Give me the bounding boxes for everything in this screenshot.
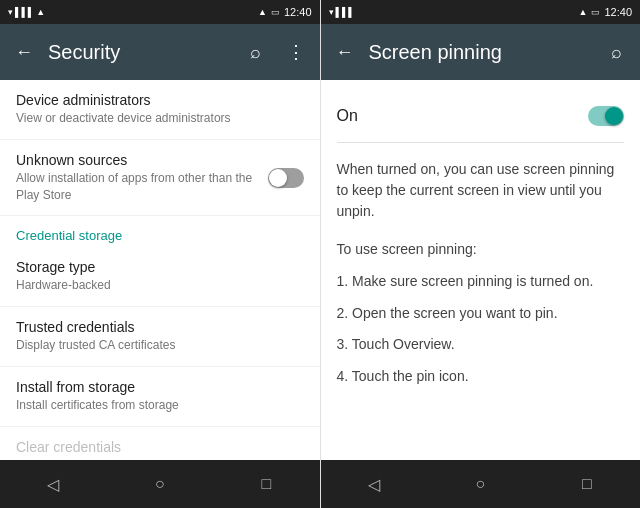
left-top-bar: ← Security ⌕ ⋮ bbox=[0, 24, 320, 80]
storage-type-subtitle: Hardware-backed bbox=[16, 277, 304, 294]
left-panel: ▾ ▌▌▌ ▲ ▲ ▭ 12:40 ← Security ⌕ ⋮ Device … bbox=[0, 0, 320, 508]
pinning-instruction-3: 3. Touch Overview. bbox=[337, 333, 625, 357]
right-back-button[interactable]: ← bbox=[329, 36, 361, 68]
right-nav-home[interactable]: ○ bbox=[460, 464, 500, 504]
install-storage-title: Install from storage bbox=[16, 379, 304, 395]
right-notification-icon: ▾ bbox=[329, 7, 334, 17]
credential-storage-header: Credential storage bbox=[0, 216, 320, 247]
trusted-credentials-title: Trusted credentials bbox=[16, 319, 304, 335]
right-status-right: ▲ ▭ 12:40 bbox=[579, 6, 632, 18]
pinning-content: On When turned on, you can use screen pi… bbox=[321, 80, 641, 460]
left-nav-recents[interactable]: □ bbox=[246, 464, 286, 504]
signal-bars-icon: ▌▌▌ bbox=[15, 7, 34, 17]
wifi-strength-icon: ▲ bbox=[258, 7, 267, 17]
trusted-credentials-subtitle: Display trusted CA certificates bbox=[16, 337, 304, 354]
settings-item-trusted-credentials[interactable]: Trusted credentials Display trusted CA c… bbox=[0, 307, 320, 367]
right-nav-recents[interactable]: □ bbox=[567, 464, 607, 504]
right-panel: ▾ ▌▌▌ ▲ ▭ 12:40 ← Screen pinning ⌕ On Wh… bbox=[321, 0, 641, 508]
left-more-button[interactable]: ⋮ bbox=[280, 36, 312, 68]
right-top-bar: ← Screen pinning ⌕ bbox=[321, 24, 641, 80]
left-search-button[interactable]: ⌕ bbox=[240, 36, 272, 68]
right-wifi-icon: ▲ bbox=[579, 7, 588, 17]
left-nav-back[interactable]: ◁ bbox=[33, 464, 73, 504]
battery-icon: ▭ bbox=[271, 7, 280, 17]
settings-item-device-admins[interactable]: Device administrators View or deactivate… bbox=[0, 80, 320, 140]
settings-item-clear-credentials: Clear credentials Remove all certificate… bbox=[0, 427, 320, 460]
wifi-icon: ▲ bbox=[36, 7, 45, 17]
pinning-toggle[interactable] bbox=[588, 106, 624, 126]
notification-icon: ▾ bbox=[8, 7, 13, 17]
pinning-instruction-2: 2. Open the screen you want to pin. bbox=[337, 302, 625, 326]
unknown-sources-subtitle: Allow installation of apps from other th… bbox=[16, 170, 268, 204]
pinning-toggle-label: On bbox=[337, 107, 358, 125]
right-nav-bar: ◁ ○ □ bbox=[321, 460, 641, 508]
left-status-right: ▲ ▭ 12:40 bbox=[258, 6, 311, 18]
right-page-title: Screen pinning bbox=[369, 41, 593, 64]
left-scroll-content: Device administrators View or deactivate… bbox=[0, 80, 320, 460]
right-status-bar: ▾ ▌▌▌ ▲ ▭ 12:40 bbox=[321, 0, 641, 24]
unknown-sources-title: Unknown sources bbox=[16, 152, 268, 168]
pinning-instructions-header: To use screen pinning: bbox=[337, 238, 625, 262]
pinning-instruction-1: 1. Make sure screen pinning is turned on… bbox=[337, 270, 625, 294]
pinning-toggle-knob bbox=[605, 107, 623, 125]
left-status-icons: ▾ ▌▌▌ ▲ bbox=[8, 7, 45, 17]
left-nav-home[interactable]: ○ bbox=[140, 464, 180, 504]
unknown-sources-row: Unknown sources Allow installation of ap… bbox=[16, 152, 304, 204]
install-storage-subtitle: Install certificates from storage bbox=[16, 397, 304, 414]
left-back-button[interactable]: ← bbox=[8, 36, 40, 68]
clear-credentials-title: Clear credentials bbox=[16, 439, 304, 455]
right-nav-back[interactable]: ◁ bbox=[354, 464, 394, 504]
unknown-sources-toggle-knob bbox=[269, 169, 287, 187]
pinning-instruction-4: 4. Touch the pin icon. bbox=[337, 365, 625, 389]
device-admins-subtitle: View or deactivate device administrators bbox=[16, 110, 304, 127]
right-search-button[interactable]: ⌕ bbox=[600, 36, 632, 68]
left-nav-bar: ◁ ○ □ bbox=[0, 460, 320, 508]
left-status-bar: ▾ ▌▌▌ ▲ ▲ ▭ 12:40 bbox=[0, 0, 320, 24]
pinning-description: When turned on, you can use screen pinni… bbox=[337, 159, 625, 222]
storage-type-title: Storage type bbox=[16, 259, 304, 275]
left-time: 12:40 bbox=[284, 6, 312, 18]
unknown-sources-toggle[interactable] bbox=[268, 168, 304, 188]
right-signal-icon: ▌▌▌ bbox=[336, 7, 355, 17]
right-time: 12:40 bbox=[604, 6, 632, 18]
left-page-title: Security bbox=[48, 41, 232, 64]
right-battery-icon: ▭ bbox=[591, 7, 600, 17]
device-admins-title: Device administrators bbox=[16, 92, 304, 108]
settings-item-unknown-sources[interactable]: Unknown sources Allow installation of ap… bbox=[0, 140, 320, 217]
settings-item-install-storage[interactable]: Install from storage Install certificate… bbox=[0, 367, 320, 427]
settings-item-storage-type[interactable]: Storage type Hardware-backed bbox=[0, 247, 320, 307]
unknown-sources-text: Unknown sources Allow installation of ap… bbox=[16, 152, 268, 204]
pinning-toggle-row: On bbox=[337, 96, 625, 143]
right-status-icons: ▾ ▌▌▌ bbox=[329, 7, 355, 17]
